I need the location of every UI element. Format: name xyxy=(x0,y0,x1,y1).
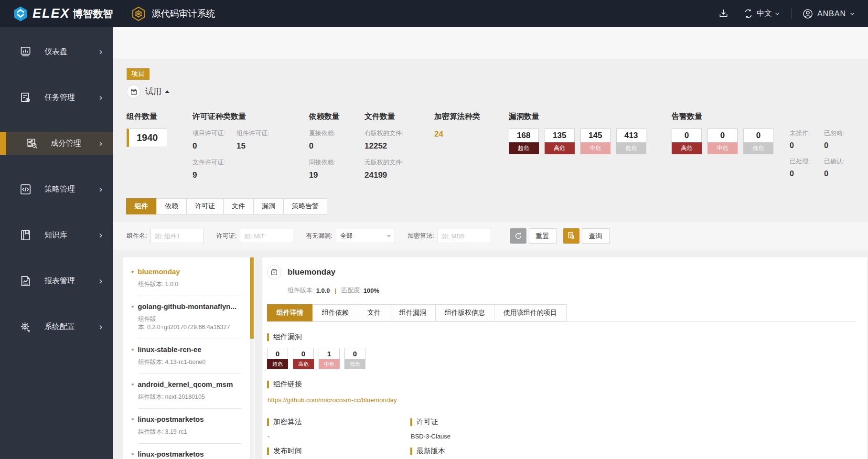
bullet-icon: • xyxy=(131,380,134,388)
reset-button[interactable]: 重置 xyxy=(529,228,557,244)
filter-name-label: 组件名: xyxy=(127,232,147,240)
version-value: 3.19-rc1 xyxy=(165,428,187,435)
main-tabs: 组件 依赖 许可证 文件 漏洞 策略告警 xyxy=(127,198,868,214)
vuln-badge-critical: 0超危 xyxy=(267,348,288,369)
license-input[interactable] xyxy=(240,229,293,243)
version-value: 1.0.0 xyxy=(165,281,178,288)
component-icon xyxy=(25,137,38,150)
app-title: 源代码审计系统 xyxy=(152,8,215,20)
crypto-input[interactable] xyxy=(438,229,491,243)
status-label: 已忽略: xyxy=(824,129,858,138)
list-item[interactable]: •linux-stable-rcn-ee 组件版本:4.13-rc1-bone0 xyxy=(123,339,255,374)
status-value: 0 xyxy=(790,141,824,150)
sidebar-item-dashboard[interactable]: 仪表盘 › xyxy=(0,40,113,63)
stat-label: 间接依赖: xyxy=(309,158,364,167)
stat-label: 文件许可证: xyxy=(193,158,236,167)
chevron-right-icon: › xyxy=(99,229,103,241)
sidebar-item-policies[interactable]: 策略管理 › xyxy=(0,178,113,201)
component-name: android_kernel_qcom_msm xyxy=(138,380,233,388)
chevron-right-icon: › xyxy=(99,46,103,57)
detail-vuln-badges: 0超危 0高危 1中危 0低危 xyxy=(267,348,856,369)
vuln-badge-high: 135高危 xyxy=(545,128,575,154)
component-link[interactable]: https://github.com/microcosm-cc/bluemond… xyxy=(268,396,397,404)
component-box-icon xyxy=(267,265,281,279)
sidebar-item-knowledge[interactable]: 知识库 › xyxy=(0,224,113,246)
vuln-badge-critical: 168超危 xyxy=(509,128,539,154)
detail-fields: 加密算法 - 许可证 BSD-3-Clause 发布时间 2018-07-15 … xyxy=(267,411,856,459)
status-label: 已处理: xyxy=(790,157,824,166)
version-label: 组件版本: xyxy=(288,286,314,295)
topbar-right: 中文 ANBAN xyxy=(718,8,856,20)
tab-component-vulnerabilities[interactable]: 组件漏洞 xyxy=(390,304,436,321)
alert-badge-high: 0高危 xyxy=(672,128,702,178)
tab-licenses[interactable]: 许可证 xyxy=(186,198,224,214)
filter-bar: 组件名: 许可证: 有无漏洞: 全部 加密算法: 重置 查询 xyxy=(113,222,868,250)
stats-row: 组件数量 1940 许可证种类数量 项目许可证:0 组件许可证:15 文件许可证… xyxy=(113,105,868,180)
section-bar xyxy=(267,418,269,426)
list-item[interactable]: •golang-github-montanaflyn... 组件版本:0.2.0… xyxy=(123,296,255,339)
field-title: 许可证 xyxy=(417,417,438,427)
tab-component-files[interactable]: 文件 xyxy=(358,304,390,321)
download-icon[interactable] xyxy=(718,8,729,19)
list-item[interactable]: •bluemonday 组件版本:1.0.0 xyxy=(123,261,255,296)
status-value: 0 xyxy=(790,170,824,178)
tab-projects-using-component[interactable]: 使用该组件的项目 xyxy=(494,304,567,321)
component-name-input[interactable] xyxy=(150,229,204,243)
language-switcher[interactable]: 中文 xyxy=(743,9,781,19)
stat-value: 0 xyxy=(309,141,364,151)
version-value: 4.13-rc1-bone0 xyxy=(165,359,205,365)
scrollbar-thumb[interactable] xyxy=(250,257,254,339)
tab-components[interactable]: 组件 xyxy=(126,198,157,214)
sidebar-item-tasks[interactable]: 任务管理 › xyxy=(0,86,113,109)
filter-crypto-label: 加密算法: xyxy=(407,232,434,240)
stat-value: 24199 xyxy=(364,171,434,180)
sidebar-item-label: 策略管理 xyxy=(44,184,99,194)
tab-component-copyright[interactable]: 组件版权信息 xyxy=(435,304,494,321)
vuln-badge-low: 0低危 xyxy=(344,348,365,369)
stat-title: 告警数量 xyxy=(672,112,858,122)
stat-component-count: 组件数量 1940 xyxy=(127,112,193,180)
sidebar-item-label: 报表管理 xyxy=(44,276,99,286)
tab-component-details[interactable]: 组件详情 xyxy=(267,304,313,321)
vuln-select[interactable]: 全部 xyxy=(336,229,395,243)
query-button[interactable]: 查询 xyxy=(582,228,610,244)
vuln-select-value: 全部 xyxy=(340,232,353,240)
vuln-badge-medium: 1中危 xyxy=(319,348,340,369)
tab-component-dependencies[interactable]: 组件依赖 xyxy=(312,304,358,321)
list-item[interactable]: •linux-postmarketos 组件版本:3.19-rc1 xyxy=(123,409,255,444)
stat-license-types: 许可证种类数量 项目许可证:0 组件许可证:15 文件许可证:9 xyxy=(193,112,309,180)
sidebar-item-label: 系统配置 xyxy=(44,322,99,332)
sidebar-item-label: 任务管理 xyxy=(44,93,99,103)
component-name: golang-github-montanaflyn... xyxy=(138,302,236,310)
section-title: 组件漏洞 xyxy=(273,332,302,342)
list-item[interactable]: •linux-postmarketos xyxy=(123,444,255,458)
stat-label: 无版权的文件: xyxy=(364,158,434,167)
vuln-section-header: 组件漏洞 xyxy=(267,332,856,342)
sidebar-item-components[interactable]: 成分管理 › xyxy=(0,132,113,155)
tab-dependencies[interactable]: 依赖 xyxy=(156,198,187,214)
user-icon xyxy=(802,8,814,20)
field-value: BSD-3-Clause xyxy=(411,433,856,440)
sidebar-item-label: 仪表盘 xyxy=(44,47,99,57)
sidebar-item-settings[interactable]: 系统配置 › xyxy=(0,315,113,338)
bullet-icon: • xyxy=(131,267,134,276)
tab-files[interactable]: 文件 xyxy=(223,198,254,214)
stat-vulnerabilities: 漏洞数量 168超危 135高危 145中危 413低危 xyxy=(509,112,672,180)
project-selector[interactable]: 试用 xyxy=(127,85,868,98)
user-menu[interactable]: ANBAN xyxy=(802,8,856,20)
component-count-value: 1940 xyxy=(127,128,167,147)
user-name: ANBAN xyxy=(817,10,846,18)
section-title: 组件链接 xyxy=(273,380,302,389)
tab-policy-alerts[interactable]: 策略告警 xyxy=(283,198,327,214)
policy-icon xyxy=(19,183,32,196)
sidebar-item-reports[interactable]: 报表管理 › xyxy=(0,269,113,292)
component-name: linux-postmarketos xyxy=(138,450,204,458)
stat-title: 依赖数量 xyxy=(309,112,364,122)
brand: ELEX 博智数智 源代码审计系统 xyxy=(12,6,215,22)
stat-title: 漏洞数量 xyxy=(509,112,672,122)
list-item[interactable]: •android_kernel_qcom_msm 组件版本:next-20180… xyxy=(123,374,255,409)
reset-icon-button[interactable] xyxy=(510,228,526,244)
stat-title: 许可证种类数量 xyxy=(193,112,309,122)
tab-vulnerabilities[interactable]: 漏洞 xyxy=(253,198,284,214)
query-icon-button[interactable] xyxy=(563,228,579,244)
